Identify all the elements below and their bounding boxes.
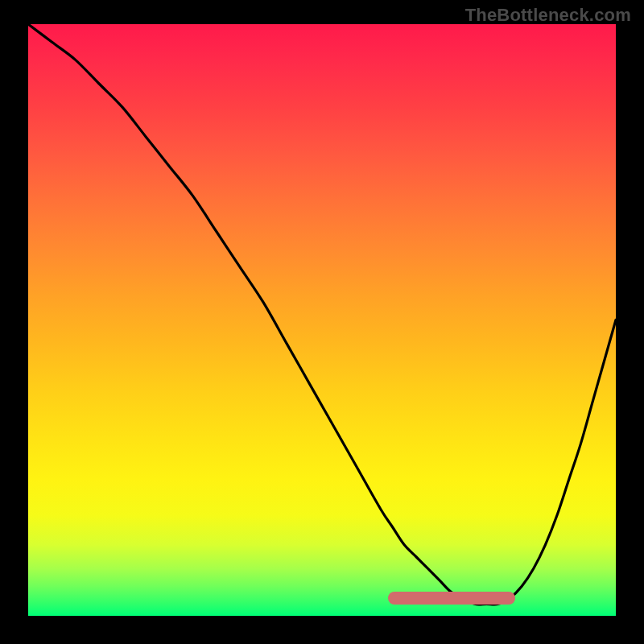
bottleneck-curve — [28, 24, 616, 605]
curve-layer — [28, 24, 616, 616]
plot-area — [28, 24, 616, 616]
watermark-text: TheBottleneck.com — [465, 5, 631, 26]
highlight-marker — [388, 592, 515, 605]
chart-frame: TheBottleneck.com — [0, 0, 644, 644]
